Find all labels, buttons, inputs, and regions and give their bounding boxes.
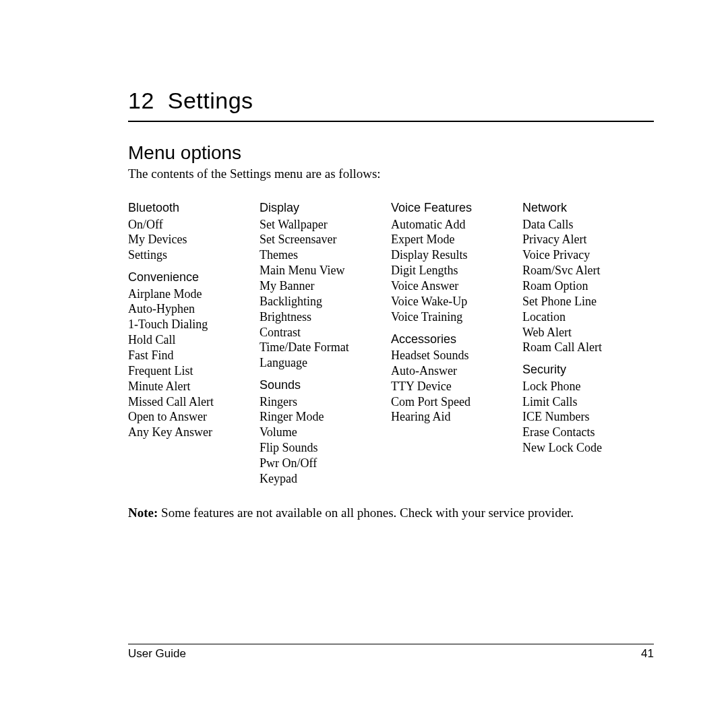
- list-item: Set Wallpaper: [260, 217, 391, 233]
- list-item: Ringer Mode: [260, 409, 391, 425]
- list-item: Voice Training: [391, 309, 522, 325]
- list-item: Com Port Speed: [391, 394, 522, 410]
- chapter-rule: [128, 121, 654, 122]
- list-item: Web Alert: [522, 325, 654, 340]
- list-item: Hearing Aid: [391, 409, 522, 425]
- list-item: Lock Phone: [522, 379, 654, 394]
- list-item: Frequent List: [128, 363, 260, 379]
- footer-row: User Guide 41: [128, 647, 654, 661]
- list-item: Flip Sounds: [260, 440, 391, 456]
- list-item: Any Key Answer: [128, 425, 260, 440]
- footer-page-number: 41: [641, 647, 654, 661]
- section-intro: The contents of the Settings menu are as…: [128, 166, 654, 181]
- group-heading-accessories: Accessories: [391, 332, 522, 347]
- list-item: ICE Numbers: [522, 409, 654, 425]
- list-item: My Devices: [128, 232, 260, 247]
- list-item: Voice Wake-Up: [391, 294, 522, 309]
- note: Note: Some features are not available on…: [128, 506, 654, 520]
- list-item: Language: [260, 355, 391, 371]
- list-item: Volume: [260, 425, 391, 440]
- list-item: Roam Call Alert: [522, 340, 654, 355]
- list-item: Automatic Add: [391, 217, 522, 233]
- list-item: Limit Calls: [522, 394, 654, 410]
- group-heading-network: Network: [522, 200, 654, 216]
- list-item: New Lock Code: [522, 440, 654, 456]
- list-item: Keypad: [260, 471, 391, 487]
- list-item: Display Results: [391, 247, 522, 263]
- list-item: Location: [522, 309, 654, 325]
- list-item: Privacy Alert: [522, 232, 654, 247]
- list-item: Hold Call: [128, 332, 260, 348]
- group-heading-voice-features: Voice Features: [391, 200, 522, 216]
- page: 12 Settings Menu options The contents of…: [0, 0, 728, 728]
- list-item: 1-Touch Dialing: [128, 317, 260, 332]
- list-item: Roam/Svc Alert: [522, 263, 654, 278]
- note-text: Some features are not available on all p…: [161, 506, 574, 520]
- list-item: Backlighting: [260, 294, 391, 309]
- list-item: On/Off: [128, 217, 260, 233]
- list-item: Headset Sounds: [391, 348, 522, 363]
- list-item: Airplane Mode: [128, 286, 260, 302]
- list-item: Minute Alert: [128, 379, 260, 394]
- list-item: Time/Date Format: [260, 340, 391, 355]
- list-item: Auto-Answer: [391, 363, 522, 379]
- column-1: Bluetooth On/Off My Devices Settings Con…: [128, 200, 260, 487]
- list-item: Contrast: [260, 325, 391, 340]
- list-item: Set Phone Line: [522, 294, 654, 309]
- column-3: Voice Features Automatic Add Expert Mode…: [391, 200, 522, 487]
- list-item: Main Menu View: [260, 263, 391, 278]
- list-item: Voice Answer: [391, 278, 522, 294]
- note-label: Note:: [128, 506, 158, 520]
- section-heading: Menu options: [128, 142, 654, 164]
- list-item: Pwr On/Off: [260, 456, 391, 471]
- group-heading-bluetooth: Bluetooth: [128, 200, 260, 216]
- chapter-title: 12 Settings: [128, 88, 654, 114]
- column-4: Network Data Calls Privacy Alert Voice P…: [522, 200, 654, 487]
- list-item: Missed Call Alert: [128, 394, 260, 410]
- column-2: Display Set Wallpaper Set Screensaver Th…: [260, 200, 391, 487]
- chapter-name: Settings: [168, 88, 253, 113]
- list-item: Roam Option: [522, 278, 654, 294]
- group-heading-sounds: Sounds: [260, 377, 391, 393]
- list-item: Set Screensaver: [260, 232, 391, 247]
- chapter-number: 12: [128, 88, 154, 113]
- footer-left: User Guide: [128, 647, 186, 661]
- list-item: Ringers: [260, 394, 391, 410]
- list-item: Auto-Hyphen: [128, 301, 260, 317]
- list-item: Data Calls: [522, 217, 654, 233]
- group-heading-convenience: Convenience: [128, 270, 260, 285]
- list-item: Digit Lengths: [391, 263, 522, 278]
- list-item: My Banner: [260, 278, 391, 294]
- list-item: Fast Find: [128, 348, 260, 363]
- list-item: Erase Contacts: [522, 425, 654, 440]
- footer: User Guide 41: [128, 644, 654, 661]
- footer-rule: [128, 644, 654, 644]
- list-item: Open to Answer: [128, 409, 260, 425]
- menu-columns: Bluetooth On/Off My Devices Settings Con…: [128, 200, 654, 487]
- list-item: Themes: [260, 247, 391, 263]
- list-item: Settings: [128, 247, 260, 263]
- list-item: Expert Mode: [391, 232, 522, 247]
- list-item: Voice Privacy: [522, 247, 654, 263]
- group-heading-security: Security: [522, 362, 654, 377]
- list-item: TTY Device: [391, 379, 522, 394]
- list-item: Brightness: [260, 309, 391, 325]
- group-heading-display: Display: [260, 200, 391, 216]
